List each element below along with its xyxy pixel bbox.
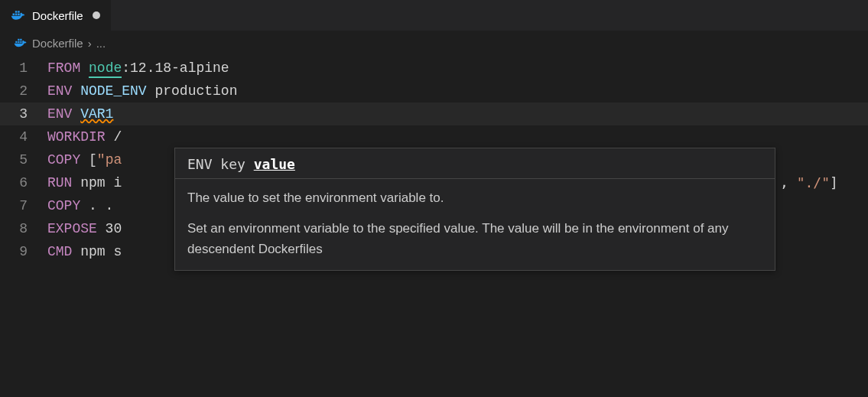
line-number: 2 (0, 80, 47, 103)
trailing-close: ] (830, 174, 838, 190)
token: npm i (72, 175, 122, 190)
token: [ (80, 152, 97, 168)
token: / (106, 129, 122, 145)
signature-doc-line2: Set an environment variable to the speci… (187, 219, 762, 259)
token: VAR1 (80, 106, 113, 122)
breadcrumb[interactable]: Dockerfile › ... (0, 31, 868, 52)
svg-rect-4 (18, 11, 20, 12)
code-content[interactable]: FROM node:12.18-alpine (47, 57, 868, 80)
breadcrumb-rest: ... (96, 37, 106, 50)
svg-rect-3 (15, 11, 17, 12)
line-number: 9 (0, 240, 47, 263)
code-content[interactable]: ENV VAR1 (47, 103, 868, 125)
code-content[interactable]: ENV NODE_ENV production (47, 80, 868, 103)
docker-icon (11, 9, 26, 21)
dirty-indicator-icon (93, 11, 100, 19)
token: :12.18-alpine (122, 60, 229, 76)
line-number: 4 (0, 125, 47, 148)
token: "pa (97, 152, 122, 168)
signature-doc: The value to set the environment variabl… (175, 179, 775, 270)
signature-active-param: value (254, 156, 295, 172)
token: npm s (72, 244, 122, 259)
svg-rect-2 (18, 14, 20, 16)
svg-rect-0 (13, 14, 15, 16)
signature-prefix: ENV key (187, 156, 254, 172)
token: CMD (47, 244, 72, 259)
line-number: 8 (0, 217, 47, 240)
code-line[interactable]: 3ENV VAR1 (0, 103, 868, 125)
line-number: 5 (0, 148, 47, 171)
token: WORKDIR (47, 129, 106, 145)
code-line[interactable]: 4WORKDIR / (0, 125, 868, 148)
token: node (89, 60, 122, 78)
signature-doc-line1: The value to set the environment variabl… (187, 188, 762, 208)
token: . . (80, 198, 113, 213)
trailing-string: "./" (797, 174, 830, 190)
tab-bar: Dockerfile (0, 0, 868, 31)
code-line[interactable]: 1FROM node:12.18-alpine (0, 57, 868, 80)
svg-rect-8 (18, 39, 19, 41)
token: 30 (97, 221, 122, 236)
line-number: 3 (0, 103, 47, 125)
token: production (147, 83, 238, 99)
svg-rect-6 (18, 41, 19, 43)
docker-icon (14, 37, 28, 48)
token: NODE_ENV (80, 83, 146, 99)
line-number: 1 (0, 57, 47, 80)
svg-rect-9 (20, 39, 21, 41)
token: ENV (47, 106, 72, 122)
code-line[interactable]: 2ENV NODE_ENV production (0, 80, 868, 103)
svg-rect-5 (15, 41, 17, 43)
chevron-right-icon: › (88, 37, 92, 50)
breadcrumb-file: Dockerfile (32, 37, 83, 50)
line-5-trailing: , "./"] (780, 171, 838, 194)
token (72, 83, 80, 99)
token: RUN (47, 175, 72, 190)
trailing-comma: , (780, 174, 797, 190)
token: EXPOSE (47, 221, 97, 236)
line-number: 6 (0, 171, 47, 194)
token: FROM (47, 60, 80, 76)
token: ENV (47, 83, 72, 99)
token (72, 106, 80, 122)
token: COPY (47, 198, 80, 213)
svg-rect-7 (20, 41, 21, 43)
token: COPY (47, 152, 80, 168)
line-number: 7 (0, 194, 47, 217)
tab-dockerfile[interactable]: Dockerfile (0, 0, 112, 31)
signature-help-popup: ENV key value The value to set the envir… (174, 148, 775, 271)
svg-rect-1 (15, 14, 17, 16)
code-content[interactable]: WORKDIR / (47, 125, 868, 148)
token (80, 60, 89, 76)
signature-line: ENV key value (175, 148, 775, 179)
tab-filename: Dockerfile (32, 9, 83, 22)
